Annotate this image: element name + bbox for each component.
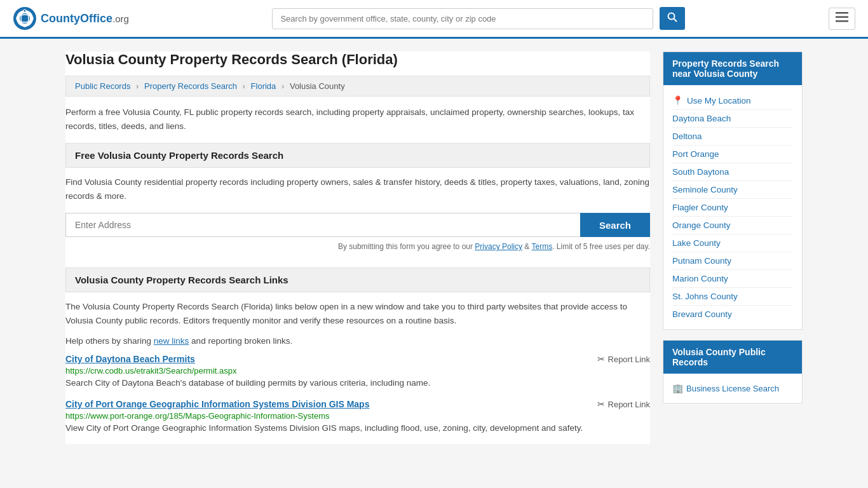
scissors-icon-1: ✂ [597,354,605,364]
nearby-item-9[interactable]: Marion County [672,270,793,288]
nearby-link-11[interactable]: Brevard County [672,309,732,319]
nearby-link-4[interactable]: Seminole County [672,185,738,194]
page-title: Volusia County Property Records Search (… [65,51,650,68]
nearby-link-7[interactable]: Lake County [672,238,721,248]
nearby-link-0[interactable]: Daytona Beach [672,114,731,123]
form-disclaimer: By submitting this form you agree to our… [65,242,650,251]
nearby-link-9[interactable]: Marion County [672,274,728,283]
svg-rect-9 [836,12,848,14]
sidebar: Property Records Search near Volusia Cou… [663,51,803,444]
breadcrumb-volusia-county: Volusia County [290,81,345,91]
header-search-button[interactable] [660,7,685,30]
header-search-area [272,7,685,30]
public-records-box: Volusia County Public Records 🏢 Business… [663,340,803,403]
business-icon: 🏢 [672,383,683,393]
nearby-item-1[interactable]: Deltona [672,128,793,146]
public-records-list: 🏢 Business License Search [663,374,802,403]
use-my-location-item[interactable]: 📍 Use My Location [672,92,793,110]
svg-point-6 [24,10,26,12]
free-search-description: Find Volusia County residential property… [65,175,650,203]
nearby-link-6[interactable]: Orange County [672,220,731,230]
terms-link[interactable]: Terms [531,242,552,251]
nearby-item-5[interactable]: Flagler County [672,199,793,217]
nearby-item-3[interactable]: South Daytona [672,163,793,181]
search-button[interactable]: Search [580,213,650,237]
search-form: Search By submitting this form you agree… [65,213,650,257]
search-icon [667,12,677,22]
link-1-desc: Search City of Daytona Beach's database … [65,378,650,388]
public-records-item-0[interactable]: 🏢 Business License Search [672,380,793,396]
logo-area: CountyOffice.org [13,6,129,30]
page-description: Perform a free Volusia County, FL public… [65,105,650,133]
link-entry-2-header: City of Port Orange Geographic Informati… [65,399,650,409]
nearby-item-0[interactable]: Daytona Beach [672,110,793,128]
nearby-item-10[interactable]: St. Johns County [672,288,793,306]
search-form-row: Search [65,213,650,237]
link-1-title[interactable]: City of Daytona Beach Permits [65,354,195,364]
disclaimer-limit: . Limit of 5 free uses per day. [552,242,650,251]
links-description-1: The Volusia County Property Records Sear… [65,300,650,327]
main-container: Volusia County Property Records Search (… [53,51,815,444]
nearby-link-8[interactable]: Putnam County [672,256,731,266]
new-links-link[interactable]: new links [154,336,189,346]
free-search-header: Free Volusia County Property Records Sea… [65,143,650,168]
disclaimer-and: & [522,242,531,251]
nearby-item-6[interactable]: Orange County [672,217,793,234]
privacy-policy-link[interactable]: Privacy Policy [475,242,522,251]
link-2-url[interactable]: https://www.port-orange.org/185/Maps-Geo… [65,411,650,421]
nearby-box-header: Property Records Search near Volusia Cou… [663,52,802,85]
nearby-link-1[interactable]: Deltona [672,132,702,141]
nearby-link-2[interactable]: Port Orange [672,149,719,159]
breadcrumb-sep-3: › [281,81,284,91]
scissors-icon-2: ✂ [597,399,605,409]
breadcrumb-public-records[interactable]: Public Records [75,81,130,91]
link-entry-2: City of Port Orange Geographic Informati… [65,399,650,433]
nearby-item-7[interactable]: Lake County [672,234,793,252]
link-entry-1: City of Daytona Beach Permits ✂ Report L… [65,354,650,388]
header-search-input[interactable] [272,8,653,29]
links-section: Volusia County Property Records Search L… [65,268,650,433]
nearby-box: Property Records Search near Volusia Cou… [663,51,803,330]
svg-rect-10 [836,16,848,18]
nearby-item-8[interactable]: Putnam County [672,252,793,270]
logo-icon [13,6,37,30]
links-section-header: Volusia County Property Records Search L… [65,268,650,292]
nearby-box-list: 📍 Use My Location Daytona Beach Deltona … [663,85,802,329]
disclaimer-text: By submitting this form you agree to our [338,242,475,251]
breadcrumb-sep-2: › [243,81,245,91]
business-license-link[interactable]: Business License Search [686,384,779,393]
link-1-url[interactable]: https://crw.codb.us/etrakit3/Search/perm… [65,366,650,376]
breadcrumb-sep-1: › [136,81,139,91]
nearby-item-2[interactable]: Port Orange [672,146,793,163]
address-input[interactable] [65,213,580,237]
link-2-desc: View City of Port Orange Geographic Info… [65,423,650,433]
breadcrumb: Public Records › Property Records Search… [65,76,650,97]
link-2-title[interactable]: City of Port Orange Geographic Informati… [65,399,369,409]
breadcrumb-florida[interactable]: Florida [251,81,276,91]
breadcrumb-property-records-search[interactable]: Property Records Search [144,81,237,91]
links-description-2: Help others by sharing new links and rep… [65,334,650,348]
svg-rect-11 [836,20,848,22]
logo-text: CountyOffice.org [41,12,129,25]
nearby-link-10[interactable]: St. Johns County [672,292,738,301]
content-area: Volusia County Property Records Search (… [65,51,650,444]
nearby-item-11[interactable]: Brevard County [672,306,793,323]
nearby-link-5[interactable]: Flagler County [672,203,728,212]
hamburger-button[interactable] [829,8,855,30]
link-entry-1-header: City of Daytona Beach Permits ✂ Report L… [65,354,650,364]
svg-line-8 [674,19,677,22]
nearby-link-3[interactable]: South Daytona [672,167,729,177]
report-link-2-btn[interactable]: ✂ Report Link [597,399,650,409]
report-link-1-btn[interactable]: ✂ Report Link [597,354,650,364]
use-my-location-link[interactable]: Use My Location [687,96,751,105]
public-records-box-header: Volusia County Public Records [663,341,802,374]
location-pin-icon: 📍 [672,95,683,105]
header: CountyOffice.org [0,0,868,39]
svg-point-7 [668,13,675,20]
hamburger-icon [836,12,848,22]
nearby-item-4[interactable]: Seminole County [672,181,793,199]
